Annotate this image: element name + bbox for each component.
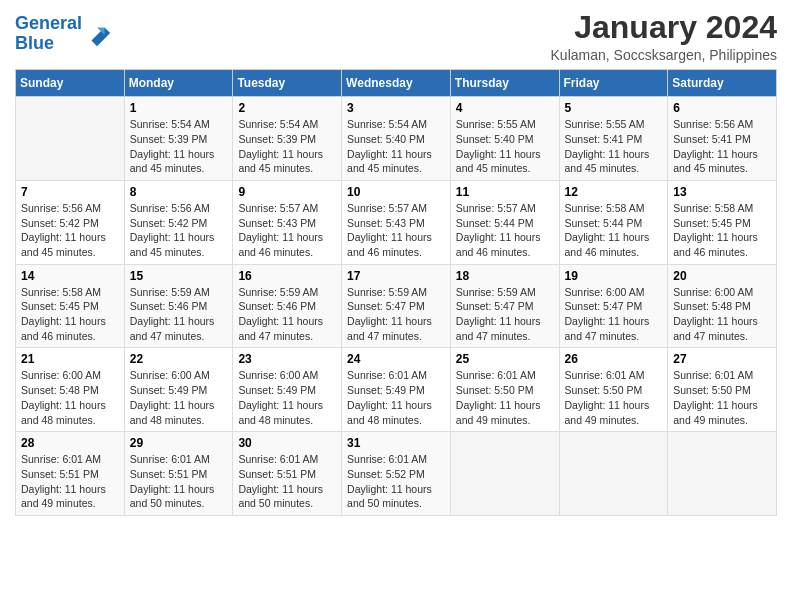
- calendar-week-row: 21Sunrise: 6:00 AM Sunset: 5:48 PM Dayli…: [16, 348, 777, 432]
- page-header: General Blue January 2024 Kulaman, Soccs…: [15, 10, 777, 63]
- calendar-cell: 28Sunrise: 6:01 AM Sunset: 5:51 PM Dayli…: [16, 432, 125, 516]
- day-number: 19: [565, 269, 663, 283]
- day-number: 3: [347, 101, 445, 115]
- day-of-week-header: Monday: [124, 70, 233, 97]
- day-number: 26: [565, 352, 663, 366]
- day-number: 2: [238, 101, 336, 115]
- calendar-cell: [450, 432, 559, 516]
- day-number: 13: [673, 185, 771, 199]
- calendar-body: 1Sunrise: 5:54 AM Sunset: 5:39 PM Daylig…: [16, 97, 777, 516]
- day-number: 4: [456, 101, 554, 115]
- day-info: Sunrise: 6:01 AM Sunset: 5:51 PM Dayligh…: [130, 452, 228, 511]
- calendar-cell: 2Sunrise: 5:54 AM Sunset: 5:39 PM Daylig…: [233, 97, 342, 181]
- day-number: 28: [21, 436, 119, 450]
- day-info: Sunrise: 6:01 AM Sunset: 5:50 PM Dayligh…: [456, 368, 554, 427]
- calendar-cell: 4Sunrise: 5:55 AM Sunset: 5:40 PM Daylig…: [450, 97, 559, 181]
- day-number: 24: [347, 352, 445, 366]
- calendar-cell: 7Sunrise: 5:56 AM Sunset: 5:42 PM Daylig…: [16, 180, 125, 264]
- calendar-week-row: 14Sunrise: 5:58 AM Sunset: 5:45 PM Dayli…: [16, 264, 777, 348]
- calendar-cell: 24Sunrise: 6:01 AM Sunset: 5:49 PM Dayli…: [342, 348, 451, 432]
- day-info: Sunrise: 5:58 AM Sunset: 5:45 PM Dayligh…: [21, 285, 119, 344]
- day-number: 21: [21, 352, 119, 366]
- day-info: Sunrise: 5:54 AM Sunset: 5:39 PM Dayligh…: [130, 117, 228, 176]
- calendar-table: SundayMondayTuesdayWednesdayThursdayFrid…: [15, 69, 777, 516]
- day-info: Sunrise: 5:57 AM Sunset: 5:44 PM Dayligh…: [456, 201, 554, 260]
- day-of-week-header: Wednesday: [342, 70, 451, 97]
- calendar-cell: 13Sunrise: 5:58 AM Sunset: 5:45 PM Dayli…: [668, 180, 777, 264]
- day-number: 1: [130, 101, 228, 115]
- day-of-week-header: Tuesday: [233, 70, 342, 97]
- calendar-cell: 21Sunrise: 6:00 AM Sunset: 5:48 PM Dayli…: [16, 348, 125, 432]
- day-of-week-header: Sunday: [16, 70, 125, 97]
- calendar-cell: 1Sunrise: 5:54 AM Sunset: 5:39 PM Daylig…: [124, 97, 233, 181]
- day-number: 8: [130, 185, 228, 199]
- calendar-cell: [559, 432, 668, 516]
- logo-icon: [84, 20, 112, 48]
- calendar-week-row: 7Sunrise: 5:56 AM Sunset: 5:42 PM Daylig…: [16, 180, 777, 264]
- calendar-cell: [668, 432, 777, 516]
- calendar-cell: 11Sunrise: 5:57 AM Sunset: 5:44 PM Dayli…: [450, 180, 559, 264]
- day-number: 22: [130, 352, 228, 366]
- day-number: 16: [238, 269, 336, 283]
- calendar-cell: 25Sunrise: 6:01 AM Sunset: 5:50 PM Dayli…: [450, 348, 559, 432]
- calendar-cell: 27Sunrise: 6:01 AM Sunset: 5:50 PM Dayli…: [668, 348, 777, 432]
- day-info: Sunrise: 6:01 AM Sunset: 5:49 PM Dayligh…: [347, 368, 445, 427]
- day-info: Sunrise: 5:54 AM Sunset: 5:39 PM Dayligh…: [238, 117, 336, 176]
- calendar-cell: 6Sunrise: 5:56 AM Sunset: 5:41 PM Daylig…: [668, 97, 777, 181]
- main-title: January 2024: [551, 10, 777, 45]
- day-number: 6: [673, 101, 771, 115]
- calendar-cell: 16Sunrise: 5:59 AM Sunset: 5:46 PM Dayli…: [233, 264, 342, 348]
- day-number: 7: [21, 185, 119, 199]
- day-number: 18: [456, 269, 554, 283]
- day-info: Sunrise: 5:59 AM Sunset: 5:46 PM Dayligh…: [238, 285, 336, 344]
- day-number: 14: [21, 269, 119, 283]
- day-info: Sunrise: 5:58 AM Sunset: 5:45 PM Dayligh…: [673, 201, 771, 260]
- calendar-cell: 26Sunrise: 6:01 AM Sunset: 5:50 PM Dayli…: [559, 348, 668, 432]
- calendar-cell: 9Sunrise: 5:57 AM Sunset: 5:43 PM Daylig…: [233, 180, 342, 264]
- day-number: 31: [347, 436, 445, 450]
- calendar-header-row: SundayMondayTuesdayWednesdayThursdayFrid…: [16, 70, 777, 97]
- day-info: Sunrise: 5:56 AM Sunset: 5:41 PM Dayligh…: [673, 117, 771, 176]
- day-info: Sunrise: 5:55 AM Sunset: 5:40 PM Dayligh…: [456, 117, 554, 176]
- calendar-cell: 29Sunrise: 6:01 AM Sunset: 5:51 PM Dayli…: [124, 432, 233, 516]
- day-number: 9: [238, 185, 336, 199]
- day-info: Sunrise: 5:59 AM Sunset: 5:47 PM Dayligh…: [456, 285, 554, 344]
- day-info: Sunrise: 5:59 AM Sunset: 5:46 PM Dayligh…: [130, 285, 228, 344]
- day-number: 5: [565, 101, 663, 115]
- day-info: Sunrise: 6:00 AM Sunset: 5:49 PM Dayligh…: [238, 368, 336, 427]
- calendar-week-row: 28Sunrise: 6:01 AM Sunset: 5:51 PM Dayli…: [16, 432, 777, 516]
- day-info: Sunrise: 6:01 AM Sunset: 5:51 PM Dayligh…: [21, 452, 119, 511]
- calendar-cell: 22Sunrise: 6:00 AM Sunset: 5:49 PM Dayli…: [124, 348, 233, 432]
- day-info: Sunrise: 6:00 AM Sunset: 5:48 PM Dayligh…: [21, 368, 119, 427]
- day-number: 17: [347, 269, 445, 283]
- logo-text: General Blue: [15, 14, 82, 54]
- calendar-week-row: 1Sunrise: 5:54 AM Sunset: 5:39 PM Daylig…: [16, 97, 777, 181]
- day-number: 27: [673, 352, 771, 366]
- day-info: Sunrise: 5:57 AM Sunset: 5:43 PM Dayligh…: [238, 201, 336, 260]
- day-number: 20: [673, 269, 771, 283]
- calendar-cell: [16, 97, 125, 181]
- calendar-cell: 19Sunrise: 6:00 AM Sunset: 5:47 PM Dayli…: [559, 264, 668, 348]
- day-info: Sunrise: 6:00 AM Sunset: 5:47 PM Dayligh…: [565, 285, 663, 344]
- day-info: Sunrise: 5:55 AM Sunset: 5:41 PM Dayligh…: [565, 117, 663, 176]
- logo: General Blue: [15, 14, 112, 54]
- day-info: Sunrise: 6:01 AM Sunset: 5:50 PM Dayligh…: [565, 368, 663, 427]
- day-of-week-header: Friday: [559, 70, 668, 97]
- day-info: Sunrise: 6:01 AM Sunset: 5:51 PM Dayligh…: [238, 452, 336, 511]
- day-info: Sunrise: 5:57 AM Sunset: 5:43 PM Dayligh…: [347, 201, 445, 260]
- calendar-cell: 15Sunrise: 5:59 AM Sunset: 5:46 PM Dayli…: [124, 264, 233, 348]
- day-number: 10: [347, 185, 445, 199]
- day-info: Sunrise: 5:59 AM Sunset: 5:47 PM Dayligh…: [347, 285, 445, 344]
- calendar-cell: 8Sunrise: 5:56 AM Sunset: 5:42 PM Daylig…: [124, 180, 233, 264]
- calendar-cell: 31Sunrise: 6:01 AM Sunset: 5:52 PM Dayli…: [342, 432, 451, 516]
- calendar-cell: 30Sunrise: 6:01 AM Sunset: 5:51 PM Dayli…: [233, 432, 342, 516]
- calendar-cell: 10Sunrise: 5:57 AM Sunset: 5:43 PM Dayli…: [342, 180, 451, 264]
- day-number: 12: [565, 185, 663, 199]
- day-of-week-header: Thursday: [450, 70, 559, 97]
- day-info: Sunrise: 5:54 AM Sunset: 5:40 PM Dayligh…: [347, 117, 445, 176]
- day-of-week-header: Saturday: [668, 70, 777, 97]
- day-number: 29: [130, 436, 228, 450]
- calendar-cell: 17Sunrise: 5:59 AM Sunset: 5:47 PM Dayli…: [342, 264, 451, 348]
- title-block: January 2024 Kulaman, Soccsksargen, Phil…: [551, 10, 777, 63]
- day-info: Sunrise: 6:01 AM Sunset: 5:52 PM Dayligh…: [347, 452, 445, 511]
